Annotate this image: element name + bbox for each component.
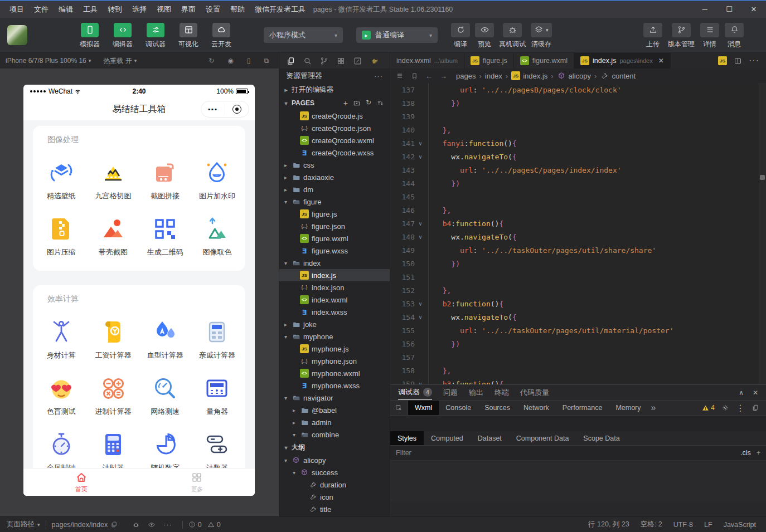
more-actions-icon[interactable]: ···	[163, 521, 172, 529]
menu-item[interactable]: 项目	[4, 2, 29, 17]
devtools-tab-console[interactable]: Console	[439, 401, 478, 415]
fold-chevron-icon[interactable]: ∨	[415, 221, 426, 227]
close-miniapp-button[interactable]	[225, 105, 249, 114]
nav-back-icon[interactable]: ←	[425, 72, 433, 80]
devtools-tab-memory[interactable]: Memory	[609, 401, 647, 415]
wxml-tree-area[interactable]	[390, 416, 766, 431]
mini-program-mode-dropdown[interactable]: 小程序模式 ▾	[264, 27, 343, 43]
tree-item[interactable]: JSindex.js	[279, 269, 390, 281]
tree-item[interactable]: Ǝindex.wxss	[279, 306, 390, 318]
styles-tab-component-data[interactable]: Component Data	[509, 431, 576, 445]
styles-content-area[interactable]	[390, 461, 766, 502]
collapse-all-icon[interactable]	[376, 99, 384, 108]
refresh-icon[interactable]: ↻	[366, 99, 371, 108]
tree-item[interactable]: <>myphone.wxml	[279, 367, 390, 379]
breadcrumb-item[interactable]: JSindex.js	[511, 71, 547, 80]
tree-item[interactable]: ▾myphone	[279, 330, 390, 343]
styles-tab-scope-data[interactable]: Scope Data	[576, 431, 627, 445]
tool-grid-item[interactable]: 身材计算	[35, 319, 87, 360]
tree-item[interactable]: JSmyphone.js	[279, 343, 390, 355]
code-line[interactable]: 148∨ wx.navigateTo({	[390, 230, 766, 243]
more-actions-icon[interactable]: ···	[374, 72, 383, 80]
tree-item[interactable]: duration	[279, 479, 390, 491]
code-line[interactable]: 158 },	[390, 364, 766, 377]
tree-item[interactable]: ▸dm	[279, 183, 390, 196]
page-path-selector[interactable]: 页面路径 ▾	[7, 520, 40, 529]
code-line[interactable]: 146 },	[390, 203, 766, 217]
tool-grid-item[interactable]: 进制计算器	[87, 375, 139, 417]
devtools-tab-network[interactable]: Network	[517, 401, 556, 415]
new-folder-icon[interactable]	[353, 99, 361, 108]
tree-item[interactable]: {..}index.json	[279, 281, 390, 294]
styles-tab-dataset[interactable]: Dataset	[471, 431, 509, 445]
tree-item[interactable]: ▾figure	[279, 196, 390, 208]
filter-input[interactable]: Filter	[396, 449, 411, 457]
menu-item[interactable]: 设置	[201, 2, 225, 17]
tree-item[interactable]: JSfigure.js	[279, 208, 390, 220]
tabs-overflow-icon[interactable]: »	[648, 401, 660, 415]
code-line[interactable]: 157	[390, 350, 766, 364]
menu-item[interactable]: 工具	[78, 2, 103, 17]
code-line[interactable]: 149 url: '../../taskOuter/pages/util/sha…	[390, 243, 766, 257]
open-editors-section[interactable]: ▸ 打开的编辑器	[279, 83, 390, 96]
panel-close-icon[interactable]: ✕	[753, 389, 758, 397]
copy-icon[interactable]	[110, 521, 118, 528]
devtools-tab-wxml[interactable]: Wxml	[408, 401, 439, 415]
tool-grid-item[interactable]: 随机数字	[139, 431, 191, 468]
close-tab-icon[interactable]: ✕	[658, 57, 664, 65]
bookmark-icon[interactable]	[411, 72, 418, 80]
language-mode[interactable]: JavaScript	[724, 521, 756, 529]
outline-section[interactable]: ▾ 大纲	[279, 441, 390, 454]
tool-grid-item[interactable]: 截图拼接	[139, 159, 191, 201]
tree-item[interactable]: ▸admin	[279, 416, 390, 428]
action-bell[interactable]: 消息	[725, 23, 744, 49]
tree-item[interactable]: ▾alicopy	[279, 454, 390, 466]
tree-item[interactable]: {..}myphone.json	[279, 355, 390, 367]
cls-toggle[interactable]: .cls	[740, 449, 751, 457]
warning-counter[interactable]: 4	[702, 404, 715, 412]
menu-item[interactable]: 文件	[29, 2, 54, 17]
breadcrumb-item[interactable]: alicopy	[557, 71, 591, 80]
code-line[interactable]: 153∨ b2:function(){	[390, 297, 766, 310]
tool-grid-item[interactable]: 量角器	[191, 375, 243, 417]
code-line[interactable]: 142∨ wx.navigateTo({	[390, 150, 766, 163]
tree-item[interactable]: <>index.wxml	[279, 294, 390, 306]
panel-tab[interactable]: 输出	[469, 385, 483, 400]
tree-item[interactable]: <>figure.wxml	[279, 232, 390, 245]
menu-item[interactable]: 帮助	[225, 2, 250, 17]
code-line[interactable]: 141∨ fanyi:function(){	[390, 136, 766, 150]
toolbar-button-code[interactable]: 编辑器	[109, 23, 136, 49]
action-lines[interactable]: 详情	[700, 23, 719, 49]
tree-item[interactable]: ▸css	[279, 159, 390, 171]
teapot-icon[interactable]	[370, 56, 379, 66]
panel-tab[interactable]: 调试器4	[398, 385, 432, 400]
devtools-tab-performance[interactable]: Performance	[556, 401, 609, 415]
problems-counter[interactable]: 0 0	[188, 521, 221, 529]
action-branch[interactable]: 版本管理	[668, 23, 695, 49]
menu-item[interactable]: 选择	[127, 2, 152, 17]
breadcrumb-item[interactable]: pages	[456, 72, 476, 80]
tree-item[interactable]: {..}figure.json	[279, 220, 390, 232]
editor-tab[interactable]: index.wxml...\album	[390, 53, 464, 69]
tool-grid-item[interactable]: 全屏时钟	[35, 431, 87, 468]
new-file-icon[interactable]: +	[343, 99, 348, 108]
action-bug[interactable]: 真机调试	[499, 23, 526, 49]
code-line[interactable]: 154∨ wx.navigateTo({	[390, 310, 766, 324]
styles-tab-styles[interactable]: Styles	[390, 431, 424, 445]
breadcrumb-item[interactable]: content	[600, 71, 636, 80]
more-actions-icon[interactable]: ···	[749, 56, 759, 66]
toolbar-button-layout[interactable]: 可视化	[175, 23, 202, 49]
tool-grid-item[interactable]: 血型计算器	[139, 319, 191, 360]
styles-tab-computed[interactable]: Computed	[424, 431, 471, 445]
fold-chevron-icon[interactable]: ∨	[415, 154, 426, 160]
panel-collapse-icon[interactable]: ∧	[739, 389, 744, 397]
tree-item[interactable]: ▸daxiaoxie	[279, 171, 390, 183]
code-line[interactable]: 140 },	[390, 123, 766, 136]
tree-item[interactable]: icon	[279, 491, 390, 503]
scrollbar-marker[interactable]	[760, 175, 765, 180]
breadcrumb-item[interactable]: index	[485, 72, 502, 80]
code-line[interactable]: 159∨ b3:function(){	[390, 377, 766, 384]
action-eye[interactable]: 预览	[475, 23, 494, 49]
menu-item[interactable]: 微信开发者工具	[250, 2, 311, 17]
preview-icon[interactable]	[148, 521, 156, 529]
